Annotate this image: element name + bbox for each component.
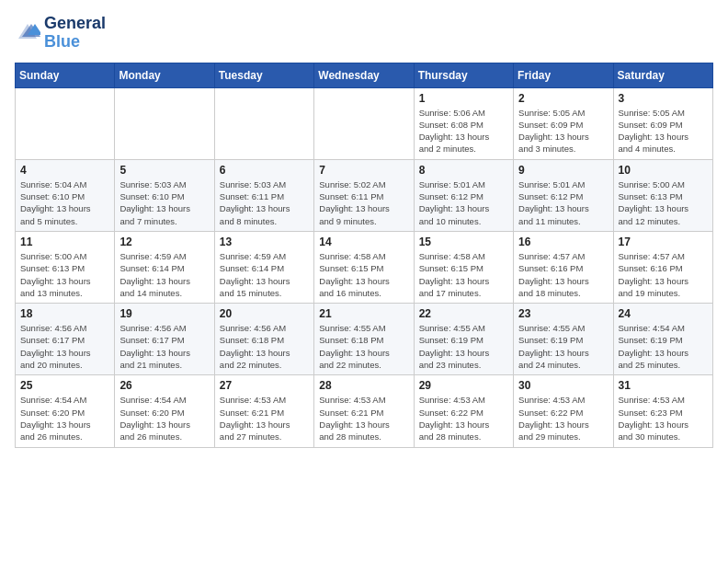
- day-info: Sunrise: 4:54 AM Sunset: 6:20 PM Dayligh…: [20, 394, 109, 442]
- day-number: 27: [220, 379, 309, 392]
- day-info: Sunrise: 4:59 AM Sunset: 6:14 PM Dayligh…: [220, 250, 309, 299]
- day-cell-5: 5Sunrise: 5:03 AM Sunset: 6:10 PM Daylig…: [115, 159, 214, 231]
- day-info: Sunrise: 5:06 AM Sunset: 6:08 PM Dayligh…: [419, 107, 508, 155]
- day-number: 5: [119, 164, 209, 177]
- empty-cell: [115, 87, 214, 159]
- day-cell-10: 10Sunrise: 5:00 AM Sunset: 6:13 PM Dayli…: [613, 159, 712, 231]
- day-cell-18: 18Sunrise: 4:56 AM Sunset: 6:17 PM Dayli…: [16, 304, 115, 375]
- day-info: Sunrise: 4:54 AM Sunset: 6:20 PM Dayligh…: [119, 394, 209, 442]
- day-cell-1: 1Sunrise: 5:06 AM Sunset: 6:08 PM Daylig…: [414, 87, 513, 159]
- day-number: 11: [20, 236, 109, 248]
- week-row-4: 18Sunrise: 4:56 AM Sunset: 6:17 PM Dayli…: [16, 304, 713, 375]
- logo-icon: [15, 20, 40, 46]
- weekday-header-monday: Monday: [115, 63, 214, 87]
- logo-text: GeneralBlue: [44, 15, 106, 52]
- day-number: 25: [20, 379, 109, 392]
- day-cell-28: 28Sunrise: 4:53 AM Sunset: 6:21 PM Dayli…: [314, 375, 414, 447]
- page-header: GeneralBlue: [15, 15, 713, 52]
- week-row-2: 4Sunrise: 5:04 AM Sunset: 6:10 PM Daylig…: [16, 159, 713, 231]
- day-number: 7: [319, 164, 408, 177]
- day-info: Sunrise: 4:54 AM Sunset: 6:19 PM Dayligh…: [619, 322, 708, 371]
- day-cell-14: 14Sunrise: 4:58 AM Sunset: 6:15 PM Dayli…: [314, 231, 414, 303]
- day-info: Sunrise: 4:58 AM Sunset: 6:15 PM Dayligh…: [319, 250, 408, 299]
- day-info: Sunrise: 5:02 AM Sunset: 6:11 PM Dayligh…: [319, 178, 408, 227]
- logo: GeneralBlue: [15, 15, 106, 52]
- day-info: Sunrise: 5:03 AM Sunset: 6:10 PM Dayligh…: [119, 178, 209, 227]
- day-cell-27: 27Sunrise: 4:53 AM Sunset: 6:21 PM Dayli…: [214, 375, 313, 447]
- day-number: 10: [619, 164, 708, 177]
- day-cell-11: 11Sunrise: 5:00 AM Sunset: 6:13 PM Dayli…: [16, 231, 115, 303]
- day-number: 23: [518, 307, 608, 320]
- day-info: Sunrise: 5:01 AM Sunset: 6:12 PM Dayligh…: [518, 178, 608, 227]
- day-number: 16: [518, 236, 608, 248]
- day-cell-30: 30Sunrise: 4:53 AM Sunset: 6:22 PM Dayli…: [514, 375, 613, 447]
- day-info: Sunrise: 5:01 AM Sunset: 6:12 PM Dayligh…: [419, 178, 508, 227]
- day-cell-22: 22Sunrise: 4:55 AM Sunset: 6:19 PM Dayli…: [414, 304, 513, 375]
- day-cell-9: 9Sunrise: 5:01 AM Sunset: 6:12 PM Daylig…: [514, 159, 613, 231]
- day-cell-21: 21Sunrise: 4:55 AM Sunset: 6:18 PM Dayli…: [314, 304, 414, 375]
- empty-cell: [214, 87, 313, 159]
- empty-cell: [16, 87, 115, 159]
- day-info: Sunrise: 5:05 AM Sunset: 6:09 PM Dayligh…: [619, 107, 708, 155]
- day-cell-8: 8Sunrise: 5:01 AM Sunset: 6:12 PM Daylig…: [414, 159, 513, 231]
- day-cell-13: 13Sunrise: 4:59 AM Sunset: 6:14 PM Dayli…: [214, 231, 313, 303]
- day-number: 8: [419, 164, 508, 177]
- day-number: 3: [619, 92, 708, 105]
- day-info: Sunrise: 4:57 AM Sunset: 6:16 PM Dayligh…: [518, 250, 608, 299]
- day-number: 20: [220, 307, 309, 320]
- weekday-header-wednesday: Wednesday: [314, 63, 414, 87]
- day-number: 26: [119, 379, 209, 392]
- day-number: 1: [419, 92, 508, 105]
- day-cell-16: 16Sunrise: 4:57 AM Sunset: 6:16 PM Dayli…: [514, 231, 613, 303]
- day-info: Sunrise: 4:53 AM Sunset: 6:22 PM Dayligh…: [518, 394, 608, 442]
- day-cell-7: 7Sunrise: 5:02 AM Sunset: 6:11 PM Daylig…: [314, 159, 414, 231]
- day-cell-12: 12Sunrise: 4:59 AM Sunset: 6:14 PM Dayli…: [115, 231, 214, 303]
- day-number: 31: [619, 379, 708, 392]
- day-info: Sunrise: 4:53 AM Sunset: 6:21 PM Dayligh…: [319, 394, 408, 442]
- day-cell-29: 29Sunrise: 4:53 AM Sunset: 6:22 PM Dayli…: [414, 375, 513, 447]
- day-cell-25: 25Sunrise: 4:54 AM Sunset: 6:20 PM Dayli…: [16, 375, 115, 447]
- day-info: Sunrise: 4:59 AM Sunset: 6:14 PM Dayligh…: [119, 250, 209, 299]
- day-cell-4: 4Sunrise: 5:04 AM Sunset: 6:10 PM Daylig…: [16, 159, 115, 231]
- day-cell-15: 15Sunrise: 4:58 AM Sunset: 6:15 PM Dayli…: [414, 231, 513, 303]
- day-info: Sunrise: 5:00 AM Sunset: 6:13 PM Dayligh…: [619, 178, 708, 227]
- day-cell-6: 6Sunrise: 5:03 AM Sunset: 6:11 PM Daylig…: [214, 159, 313, 231]
- day-info: Sunrise: 4:55 AM Sunset: 6:19 PM Dayligh…: [419, 322, 508, 371]
- week-row-3: 11Sunrise: 5:00 AM Sunset: 6:13 PM Dayli…: [16, 231, 713, 303]
- weekday-header-thursday: Thursday: [414, 63, 513, 87]
- day-number: 14: [319, 236, 408, 248]
- week-row-1: 1Sunrise: 5:06 AM Sunset: 6:08 PM Daylig…: [16, 87, 713, 159]
- day-number: 22: [419, 307, 508, 320]
- weekday-header-saturday: Saturday: [613, 63, 712, 87]
- weekday-header-tuesday: Tuesday: [214, 63, 313, 87]
- day-info: Sunrise: 4:57 AM Sunset: 6:16 PM Dayligh…: [619, 250, 708, 299]
- day-number: 21: [319, 307, 408, 320]
- day-info: Sunrise: 4:53 AM Sunset: 6:23 PM Dayligh…: [619, 394, 708, 442]
- day-info: Sunrise: 5:04 AM Sunset: 6:10 PM Dayligh…: [20, 178, 109, 227]
- day-info: Sunrise: 5:05 AM Sunset: 6:09 PM Dayligh…: [518, 107, 608, 155]
- day-number: 17: [619, 236, 708, 248]
- day-info: Sunrise: 5:00 AM Sunset: 6:13 PM Dayligh…: [20, 250, 109, 299]
- weekday-header-sunday: Sunday: [16, 63, 115, 87]
- day-cell-24: 24Sunrise: 4:54 AM Sunset: 6:19 PM Dayli…: [613, 304, 712, 375]
- calendar-table: SundayMondayTuesdayWednesdayThursdayFrid…: [15, 63, 713, 448]
- day-cell-2: 2Sunrise: 5:05 AM Sunset: 6:09 PM Daylig…: [514, 87, 613, 159]
- day-number: 4: [20, 164, 109, 177]
- week-row-5: 25Sunrise: 4:54 AM Sunset: 6:20 PM Dayli…: [16, 375, 713, 447]
- weekday-header-row: SundayMondayTuesdayWednesdayThursdayFrid…: [16, 63, 713, 87]
- day-cell-17: 17Sunrise: 4:57 AM Sunset: 6:16 PM Dayli…: [613, 231, 712, 303]
- empty-cell: [314, 87, 414, 159]
- day-number: 29: [419, 379, 508, 392]
- day-cell-31: 31Sunrise: 4:53 AM Sunset: 6:23 PM Dayli…: [613, 375, 712, 447]
- day-info: Sunrise: 5:03 AM Sunset: 6:11 PM Dayligh…: [220, 178, 309, 227]
- day-info: Sunrise: 4:53 AM Sunset: 6:22 PM Dayligh…: [419, 394, 508, 442]
- day-cell-23: 23Sunrise: 4:55 AM Sunset: 6:19 PM Dayli…: [514, 304, 613, 375]
- day-number: 2: [518, 92, 608, 105]
- day-number: 28: [319, 379, 408, 392]
- day-cell-26: 26Sunrise: 4:54 AM Sunset: 6:20 PM Dayli…: [115, 375, 214, 447]
- day-info: Sunrise: 4:56 AM Sunset: 6:18 PM Dayligh…: [220, 322, 309, 371]
- day-info: Sunrise: 4:56 AM Sunset: 6:17 PM Dayligh…: [119, 322, 209, 371]
- day-info: Sunrise: 4:56 AM Sunset: 6:17 PM Dayligh…: [20, 322, 109, 371]
- day-number: 30: [518, 379, 608, 392]
- day-number: 12: [119, 236, 209, 248]
